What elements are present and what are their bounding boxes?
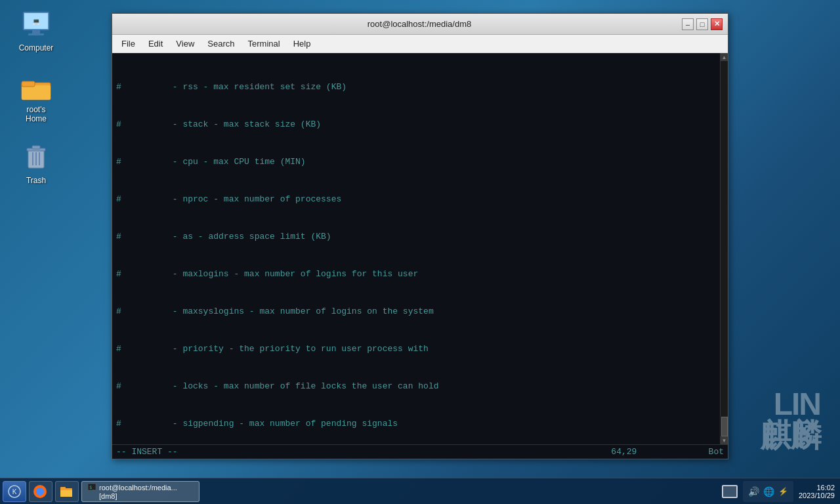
svg-rect-10 — [32, 146, 40, 149]
title-bar: root@localhost:/media/dm8 – □ ✕ — [112, 14, 728, 35]
clock-time: 16:02 — [799, 484, 835, 492]
insert-mode-indicator: -- INSERT -- — [116, 447, 178, 457]
status-bar: -- INSERT -- 64,29 Bot — [112, 444, 728, 459]
taskbar-display-icon[interactable] — [722, 485, 738, 498]
desktop-icon-trash[interactable]: Trash — [10, 139, 62, 188]
watermark: LIN 麒麟 — [760, 388, 820, 452]
taskbar-filemanager[interactable] — [55, 481, 79, 502]
menu-terminal[interactable]: Terminal — [242, 36, 287, 51]
svg-rect-20 — [60, 487, 66, 490]
trash-icon-label: Trash — [26, 176, 46, 185]
watermark-line1: LIN — [760, 388, 820, 420]
home-icon-label: root's Home — [26, 105, 47, 123]
computer-icon: 💻 — [20, 9, 52, 41]
scrollbar-track[interactable] — [721, 61, 728, 436]
home-folder-icon — [20, 71, 52, 102]
taskbar-terminal-label: root@localhost:/media... — [99, 484, 177, 492]
desktop-icon-computer[interactable]: 💻 Computer — [10, 7, 62, 55]
menu-bar: File Edit View Search Terminal Help — [112, 35, 728, 53]
line-2: # - stack - max stack size (KB) — [116, 118, 716, 131]
menu-file[interactable]: File — [115, 36, 142, 51]
svg-text:K: K — [12, 488, 17, 495]
volume-icon[interactable]: 🔊 — [748, 486, 759, 497]
line-7: # - maxsyslogins - max number of logins … — [116, 305, 716, 318]
terminal-scrollbar[interactable]: ▲ ▼ — [720, 53, 728, 444]
terminal-content-area[interactable]: # - rss - max resident set size (KB) # -… — [112, 53, 728, 444]
line-6: # - maxlogins - max number of logins for… — [116, 268, 716, 280]
taskbar-clock[interactable]: 16:02 2023/10/29 — [799, 484, 837, 499]
menu-search[interactable]: Search — [201, 36, 241, 51]
line-4: # - nproc - max number of processes — [116, 193, 716, 205]
svg-rect-3 — [28, 33, 44, 35]
svg-point-17 — [36, 488, 44, 495]
svg-text:💻: 💻 — [32, 17, 41, 26]
svg-rect-6 — [22, 85, 51, 100]
terminal-lines: # - rss - max resident set size (KB) # -… — [116, 56, 716, 444]
scrollbar-thumb[interactable] — [721, 417, 728, 436]
window-title: root@localhost:/media/dm8 — [157, 19, 682, 29]
svg-rect-19 — [60, 490, 72, 497]
watermark-line2: 麒麟 — [760, 420, 820, 452]
line-9: # - locks - max number of file locks the… — [116, 380, 716, 392]
start-button[interactable]: K — [3, 481, 26, 502]
line-10: # - sigpending - max number of pending s… — [116, 417, 716, 430]
taskbar-tray: 🔊 🌐 ⚡ — [743, 481, 793, 502]
svg-rect-7 — [22, 81, 35, 87]
taskbar-terminal-button[interactable]: $_ root@localhost:/media... [dm8] — [81, 481, 200, 502]
scroll-up-button[interactable]: ▲ — [721, 53, 728, 61]
taskbar-terminal-sublabel: [dm8] — [87, 492, 117, 500]
desktop: 💻 Computer root's Home — [0, 0, 840, 504]
trash-icon — [20, 142, 52, 173]
svg-text:$_: $_ — [89, 485, 95, 490]
svg-rect-2 — [32, 30, 40, 33]
taskbar: K $_ root@localhos — [0, 478, 840, 504]
line-5: # - as - address space limit (KB) — [116, 230, 716, 243]
desktop-icon-home[interactable]: root's Home — [10, 68, 62, 126]
clock-date: 2023/10/29 — [799, 492, 835, 499]
menu-view[interactable]: View — [169, 36, 201, 51]
terminal-text-area[interactable]: # - rss - max resident set size (KB) # -… — [112, 53, 720, 444]
taskbar-right-area: 🔊 🌐 ⚡ 16:02 2023/10/29 — [722, 481, 837, 502]
minimize-button[interactable]: – — [682, 18, 694, 30]
close-button[interactable]: ✕ — [711, 18, 723, 30]
menu-help[interactable]: Help — [287, 36, 318, 51]
computer-icon-label: Computer — [19, 43, 54, 52]
line-8: # - priority - the priority to run user … — [116, 343, 716, 355]
line-1: # - rss - max resident set size (KB) — [116, 81, 716, 93]
desktop-icons-area: 💻 Computer root's Home — [10, 7, 62, 188]
battery-icon[interactable]: ⚡ — [778, 487, 788, 496]
cursor-position: 64,29 Bot — [611, 447, 724, 457]
taskbar-firefox[interactable] — [29, 481, 52, 502]
menu-edit[interactable]: Edit — [142, 36, 169, 51]
network-icon[interactable]: 🌐 — [763, 486, 774, 497]
maximize-button[interactable]: □ — [696, 18, 708, 30]
window-controls: – □ ✕ — [682, 18, 723, 30]
line-3: # - cpu - max CPU time (MIN) — [116, 156, 716, 168]
terminal-window: root@localhost:/media/dm8 – □ ✕ File Edi… — [112, 13, 728, 459]
scroll-down-button[interactable]: ▼ — [721, 436, 728, 444]
